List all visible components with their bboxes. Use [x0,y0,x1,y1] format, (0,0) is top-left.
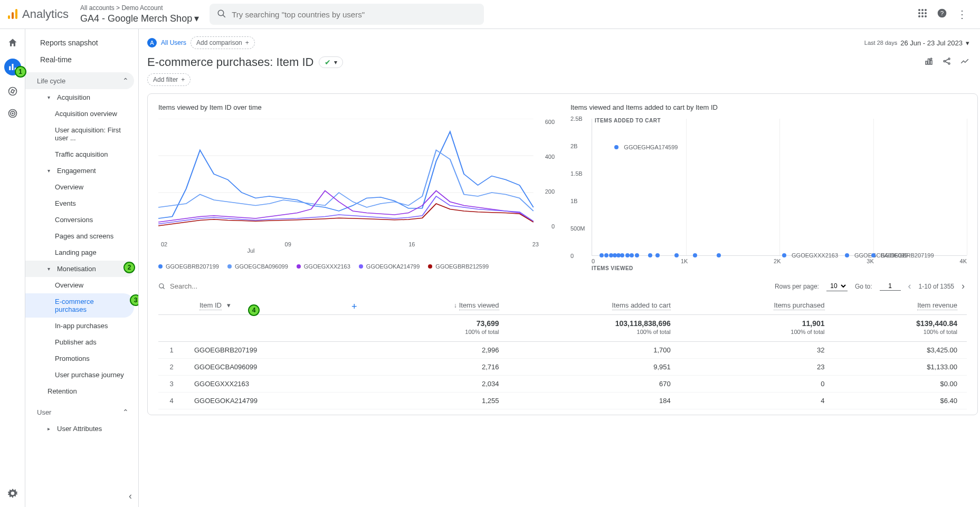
caret-right-icon: ▸ [47,426,53,432]
table-row[interactable]: 2GGOEGCBA0960992,7169,95123$1,133.00 [158,359,967,376]
col-items-viewed[interactable]: Items viewed [459,301,499,310]
gear-icon[interactable] [6,487,19,500]
advertising-icon[interactable] [6,107,19,120]
page-range: 1-10 of 1355 [919,283,954,290]
svg-point-5 [918,9,920,11]
collapse-sidebar-icon[interactable]: ‹ [129,491,132,502]
segment-label: All Users [161,39,186,46]
property-name: GA4 - Google Merch Shop [80,13,192,24]
more-icon[interactable]: ⋮ [957,8,967,21]
share-icon[interactable] [942,56,952,69]
svg-point-10 [925,12,927,14]
sort-desc-icon[interactable]: ↓ [454,302,457,309]
svg-rect-1 [12,12,14,19]
chart-title: Items viewed and Items added to cart by … [570,103,967,111]
segment-chip[interactable]: A [147,38,157,47]
sidebar-item-mon-inapp[interactable]: In-app purchases [25,318,134,334]
help-icon[interactable]: ? [937,8,947,21]
comparison-toolbar: A All Users Add comparison+ Last 28 days… [147,36,980,49]
svg-rect-23 [926,61,927,64]
svg-point-22 [12,113,13,114]
table-row[interactable]: 1GGOEGBRB2071992,9961,70032$3,425.00 [158,342,967,359]
dimension-picker[interactable]: Item ID [199,301,222,310]
report-sidebar: Reports snapshot Real-time Life cycle⌃ ▾… [25,29,139,507]
date-range-picker[interactable]: Last 28 days 26 Jun - 23 Jul 2023 ▾ [864,39,969,47]
rows-per-page-select[interactable]: 10 [826,281,848,291]
sidebar-item-eng-overview[interactable]: Overview [25,179,134,195]
chart-legend: GGOEGBRB207199 GGOEGCBA096099 GGOEGXXX21… [158,263,555,270]
reports-icon[interactable]: 1 [4,59,21,75]
plus-icon: + [181,76,185,83]
scatter-chart: Items viewed and Items added to cart by … [570,103,967,271]
add-filter-button[interactable]: Add filter+ [147,73,191,86]
sidebar-item-mon-promotions[interactable]: Promotions [25,350,134,367]
svg-text:?: ? [940,9,944,16]
sidebar-item-retention[interactable]: Retention [25,383,134,399]
search-icon [158,283,166,290]
sidebar-item-acq-user[interactable]: User acquisition: First user ... [25,122,134,146]
table-row[interactable]: 3GGOEGXXX21632,0346700$0.00 [158,376,967,393]
table-controls: Rows per page: 10 Go to: ‹ 1-10 of 1355 … [158,281,967,292]
chevron-down-icon: ▾ [227,301,231,309]
sidebar-item-monetisation[interactable]: ▾Monetisation 2 [25,261,134,277]
svg-point-6 [921,9,924,11]
sidebar-item-engagement[interactable]: ▾Engagement [25,162,134,179]
search-bar[interactable] [210,4,484,25]
sidebar-section-user[interactable]: User⌃ [25,404,134,420]
explore-icon[interactable] [6,85,19,98]
search-icon [217,9,226,20]
sidebar-item-user-attrs[interactable]: ▸User Attributes [25,420,134,437]
svg-rect-17 [12,64,13,70]
sidebar-item-mon-journey[interactable]: User purchase journey [25,367,134,383]
add-comparison-button[interactable]: Add comparison+ [191,36,255,49]
insights-icon[interactable] [960,56,969,69]
search-input[interactable] [232,10,477,19]
col-item-revenue[interactable]: Item revenue [917,301,957,310]
status-pill[interactable]: ✔ ▾ [319,56,343,68]
chevron-down-icon: ▾ [194,13,199,24]
prev-page-icon[interactable]: ‹ [908,281,911,292]
svg-point-11 [918,15,920,17]
caret-down-icon: ▾ [47,266,53,272]
chevron-up-icon: ⌃ [122,408,129,416]
sidebar-item-eng-pages[interactable]: Pages and screens [25,228,134,244]
svg-point-13 [925,15,927,17]
svg-point-19 [8,88,16,95]
add-dimension-button[interactable]: + [351,301,357,312]
chart-title: Items viewed by Item ID over time [158,103,555,111]
goto-input[interactable] [880,282,901,291]
analytics-logo: Analytics [6,7,69,21]
sidebar-item-mon-publisher[interactable]: Publisher ads [25,334,134,350]
col-items-purchased[interactable]: Items purchased [774,301,824,310]
nav-rail: 1 [0,29,25,507]
table-search[interactable] [158,282,259,290]
svg-point-7 [925,9,927,11]
col-items-added[interactable]: Items added to cart [612,301,671,310]
table-search-input[interactable] [170,282,259,290]
apps-icon[interactable] [918,8,927,21]
svg-point-26 [944,60,945,62]
pagination: Rows per page: 10 Go to: ‹ 1-10 of 1355 … [775,281,965,292]
sidebar-item-realtime[interactable]: Real-time [25,51,134,68]
table-row[interactable]: 4GGOEGOKA2147991,2551844$6.40 [158,393,967,409]
sidebar-item-acq-traffic[interactable]: Traffic acquisition [25,146,134,162]
charts-card: Items viewed by Item ID over time 600400… [147,93,978,415]
sidebar-section-lifecycle[interactable]: Life cycle⌃ [25,72,134,89]
next-page-icon[interactable]: › [962,281,965,292]
sidebar-item-eng-events[interactable]: Events [25,195,134,212]
sidebar-item-snapshot[interactable]: Reports snapshot [25,34,134,51]
line-chart: Items viewed by Item ID over time 600400… [158,103,555,271]
home-icon[interactable] [6,36,19,49]
svg-line-4 [223,15,225,17]
sidebar-item-mon-ecom[interactable]: E-commerce purchases 3 [25,293,134,318]
sidebar-item-eng-conversions[interactable]: Conversions [25,212,134,228]
account-selector[interactable]: All accounts > Demo Account GA4 - Google… [80,4,199,24]
customize-icon[interactable] [924,56,934,69]
sidebar-item-acquisition[interactable]: ▾Acquisition [25,89,134,106]
sidebar-item-eng-landing[interactable]: Landing page [25,244,134,261]
sidebar-item-mon-overview[interactable]: Overview [25,277,134,293]
svg-point-8 [918,12,920,14]
app-header: Analytics All accounts > Demo Account GA… [0,0,980,29]
sidebar-item-acq-overview[interactable]: Acquisition overview [25,106,134,122]
chevron-down-icon: ▾ [966,39,969,47]
